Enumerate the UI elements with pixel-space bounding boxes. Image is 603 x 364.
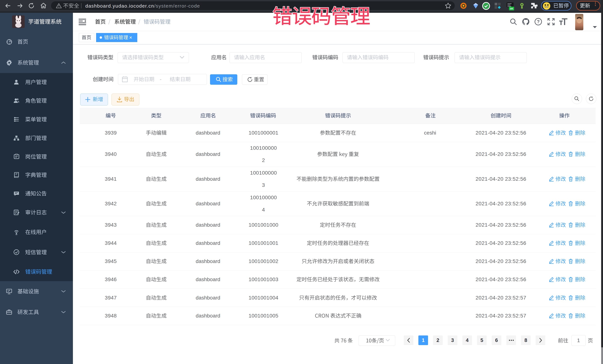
svg-text:?: ? [537, 19, 540, 24]
svg-text:on: on [510, 7, 513, 10]
